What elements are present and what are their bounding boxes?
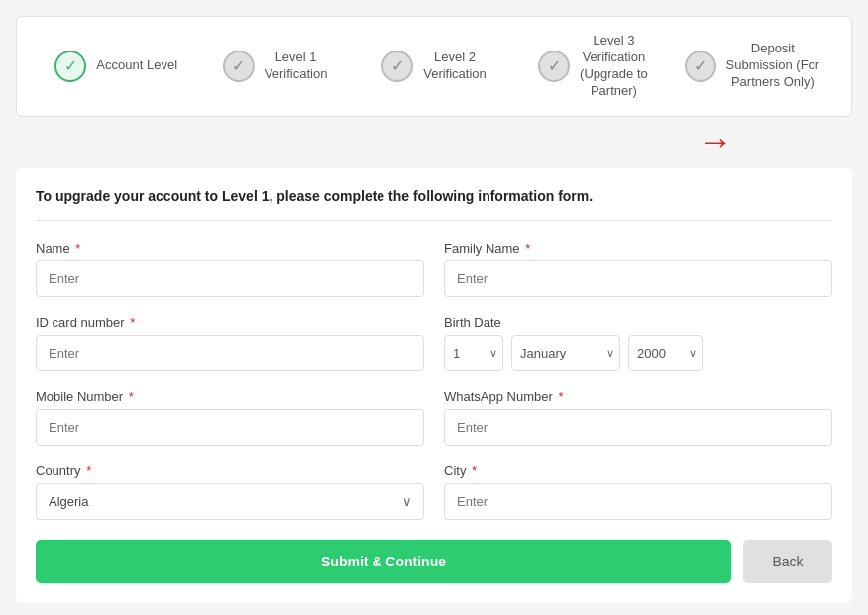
arrow-row: → bbox=[16, 127, 852, 162]
month-select-wrapper: JanuaryFebruaryMarchApril MayJuneJulyAug… bbox=[511, 335, 620, 371]
group-id-card: ID card number * bbox=[36, 315, 424, 371]
step-deposit: ✓ DepositSubmission (ForPartners Only) bbox=[673, 41, 831, 91]
city-required-star: * bbox=[468, 463, 477, 478]
country-required-star: * bbox=[83, 463, 92, 478]
step-circle-level1: ✓ bbox=[223, 51, 255, 82]
step-level2: ✓ Level 2Verification bbox=[355, 50, 513, 83]
country-select-wrapper: Algeria Morocco Tunisia Egypt Libya Suda… bbox=[36, 483, 424, 520]
birth-date-label: Birth Date bbox=[444, 315, 832, 330]
group-city: City * bbox=[444, 463, 832, 520]
birth-month-select[interactable]: JanuaryFebruaryMarchApril MayJuneJulyAug… bbox=[511, 335, 620, 371]
step-circle-level3: ✓ bbox=[538, 51, 570, 82]
steps-bar: ✓ Account Level ✓ Level 1Verification ✓ … bbox=[16, 16, 852, 117]
group-birth-date: Birth Date 12345 678910 1112131415 16171… bbox=[444, 315, 832, 371]
name-required-star: * bbox=[72, 241, 81, 256]
step-circle-deposit: ✓ bbox=[685, 51, 716, 82]
birth-date-selects: 12345 678910 1112131415 1617181920 21222… bbox=[444, 335, 832, 371]
mobile-required-star: * bbox=[125, 389, 134, 404]
arrow-icon: → bbox=[698, 127, 733, 162]
family-name-required-star: * bbox=[522, 241, 531, 256]
row-id-birthdate: ID card number * Birth Date 12345 678910… bbox=[36, 315, 832, 371]
year-select-wrapper: 2000199919981997 1996199519901985 198019… bbox=[628, 335, 703, 371]
back-button[interactable]: Back bbox=[743, 540, 832, 583]
group-name: Name * bbox=[36, 241, 424, 297]
group-family-name: Family Name * bbox=[444, 241, 832, 297]
button-row: Submit & Continue Back bbox=[36, 540, 832, 583]
id-card-required-star: * bbox=[127, 315, 136, 330]
step-circle-level2: ✓ bbox=[381, 51, 413, 82]
country-select[interactable]: Algeria Morocco Tunisia Egypt Libya Suda… bbox=[36, 483, 424, 520]
family-name-input[interactable] bbox=[444, 260, 832, 297]
group-mobile: Mobile Number * bbox=[36, 389, 424, 446]
row-name-familyname: Name * Family Name * bbox=[36, 241, 832, 297]
form-divider bbox=[36, 220, 832, 221]
mobile-input[interactable] bbox=[36, 409, 424, 446]
mobile-label: Mobile Number * bbox=[36, 389, 424, 404]
city-label: City * bbox=[444, 463, 832, 478]
id-card-input[interactable] bbox=[36, 335, 424, 371]
form-section: To upgrade your account to Level 1, plea… bbox=[16, 168, 852, 603]
form-title: To upgrade your account to Level 1, plea… bbox=[36, 188, 832, 204]
group-country: Country * Algeria Morocco Tunisia Egypt … bbox=[36, 463, 424, 520]
birth-year-select[interactable]: 2000199919981997 1996199519901985 198019… bbox=[628, 335, 703, 371]
step-level3: ✓ Level 3Verification(Upgrade toPartner) bbox=[513, 33, 672, 100]
step-level1: ✓ Level 1Verification bbox=[195, 50, 354, 83]
id-card-label: ID card number * bbox=[36, 315, 424, 330]
name-input[interactable] bbox=[36, 260, 424, 297]
step-account-level: ✓ Account Level bbox=[37, 51, 195, 82]
step-label-account-level: Account Level bbox=[96, 57, 177, 74]
family-name-label: Family Name * bbox=[444, 241, 832, 256]
row-mobile-whatsapp: Mobile Number * WhatsApp Number * bbox=[36, 389, 832, 446]
name-label: Name * bbox=[36, 241, 424, 256]
step-label-level2: Level 2Verification bbox=[423, 50, 487, 83]
step-circle-account-level: ✓ bbox=[54, 51, 86, 82]
birth-day-select[interactable]: 12345 678910 1112131415 1617181920 21222… bbox=[444, 335, 503, 371]
step-label-level3: Level 3Verification(Upgrade toPartner) bbox=[580, 33, 648, 100]
whatsapp-input[interactable] bbox=[444, 409, 832, 446]
group-whatsapp: WhatsApp Number * bbox=[444, 389, 832, 446]
row-country-city: Country * Algeria Morocco Tunisia Egypt … bbox=[36, 463, 832, 520]
city-input[interactable] bbox=[444, 483, 832, 520]
step-label-deposit: DepositSubmission (ForPartners Only) bbox=[726, 41, 820, 91]
whatsapp-label: WhatsApp Number * bbox=[444, 389, 832, 404]
whatsapp-required-star: * bbox=[555, 389, 564, 404]
step-label-level1: Level 1Verification bbox=[265, 50, 328, 83]
country-label: Country * bbox=[36, 463, 424, 478]
submit-button[interactable]: Submit & Continue bbox=[36, 540, 731, 583]
day-select-wrapper: 12345 678910 1112131415 1617181920 21222… bbox=[444, 335, 503, 371]
